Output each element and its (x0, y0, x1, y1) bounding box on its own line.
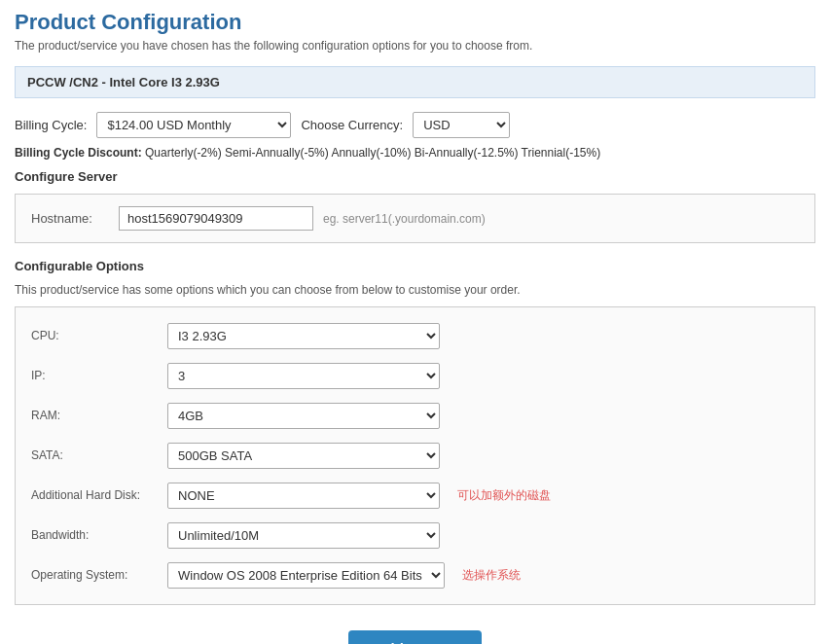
option-select-3[interactable]: 500GB SATA (167, 443, 440, 469)
option-label-6: Operating System: (31, 567, 158, 584)
config-option-row: Operating System:Window OS 2008 Enterpri… (31, 562, 799, 589)
config-option-row: SATA:500GB SATA (31, 443, 799, 469)
option-label-4: Additional Hard Disk: (31, 487, 158, 504)
configurable-options-box: CPU:I3 2.93GIP:3RAM:4GBSATA:500GB SATAAd… (15, 306, 815, 605)
config-option-row: Bandwidth:Unlimited/10M (31, 522, 799, 549)
billing-row: Billing Cycle: $124.00 USD Monthly Choos… (15, 112, 815, 138)
option-annotation-6: 选操作系统 (462, 567, 521, 584)
configurable-options-subtitle: This product/service has some options wh… (15, 283, 815, 297)
option-select-1[interactable]: 3 (167, 363, 440, 389)
config-option-row: Additional Hard Disk:NONE可以加额外的磁盘 (31, 483, 799, 509)
add-to-cart-section: Add to Cart www.vps234.com (15, 621, 815, 644)
add-to-cart-button[interactable]: Add to Cart (348, 630, 483, 644)
option-label-3: SATA: (31, 447, 158, 464)
discount-text: Quarterly(-2%) Semi-Annually(-5%) Annual… (145, 146, 600, 160)
config-option-row: IP:3 (31, 363, 799, 389)
option-select-2[interactable]: 4GB (167, 403, 440, 429)
option-label-1: IP: (31, 368, 158, 384)
product-header: PCCW /CN2 - Intel Core I3 2.93G (15, 66, 815, 98)
hostname-hint: eg. server11(.yourdomain.com) (323, 212, 486, 226)
config-option-row: CPU:I3 2.93G (31, 323, 799, 349)
hostname-input[interactable] (119, 206, 313, 231)
option-select-4[interactable]: NONE (167, 483, 440, 509)
config-option-row: RAM:4GB (31, 403, 799, 429)
option-label-5: Bandwidth: (31, 527, 158, 544)
currency-select[interactable]: USD (413, 112, 510, 138)
option-select-5[interactable]: Unlimited/10M (167, 522, 440, 549)
option-select-6[interactable]: Window OS 2008 Enterprise Edition 64 Bit… (167, 562, 445, 589)
configure-server-box: Hostname: eg. server11(.yourdomain.com) (15, 194, 815, 243)
hostname-row: Hostname: eg. server11(.yourdomain.com) (31, 206, 799, 231)
configurable-options-title: Configurable Options (15, 259, 815, 273)
currency-label: Choose Currency: (301, 118, 403, 132)
hostname-label: Hostname: (31, 211, 109, 226)
configure-server-title: Configure Server (15, 169, 815, 184)
option-label-0: CPU: (31, 328, 158, 344)
discount-label: Billing Cycle Discount: (15, 146, 142, 160)
option-annotation-4: 可以加额外的磁盘 (457, 487, 551, 504)
billing-cycle-select[interactable]: $124.00 USD Monthly (96, 112, 291, 138)
page-title: Product Configuration (15, 10, 815, 35)
discount-row: Billing Cycle Discount: Quarterly(-2%) S… (15, 146, 815, 160)
option-label-2: RAM: (31, 408, 158, 424)
billing-cycle-label: Billing Cycle: (15, 118, 87, 132)
option-select-0[interactable]: I3 2.93G (167, 323, 440, 349)
page-subtitle: The product/service you have chosen has … (15, 39, 815, 53)
